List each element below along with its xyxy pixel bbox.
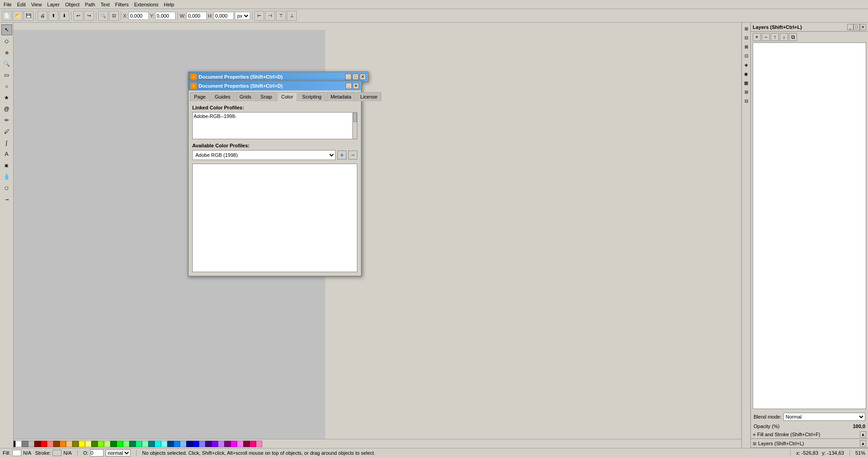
color-swatch[interactable]	[180, 441, 186, 447]
color-swatch[interactable]	[212, 441, 218, 447]
color-swatch[interactable]	[237, 441, 243, 447]
w-input[interactable]	[186, 12, 207, 20]
x-input[interactable]	[128, 12, 149, 20]
color-swatch[interactable]	[250, 441, 256, 447]
color-swatch[interactable]	[186, 441, 193, 447]
remove-profile-btn[interactable]: −	[348, 151, 357, 160]
outer-dialog-min-btn[interactable]: _	[345, 74, 351, 80]
profile-list-scrollbar[interactable]	[352, 113, 357, 139]
align-bottom-btn[interactable]: ⊥	[287, 11, 297, 21]
layer-down-btn[interactable]: ↓	[780, 33, 788, 41]
layers-bar-expand-btn[interactable]: ▲	[860, 440, 866, 447]
color-swatch[interactable]	[85, 441, 91, 447]
color-swatch[interactable]	[41, 441, 47, 447]
zoom-tool[interactable]: 🔍	[1, 58, 12, 69]
add-layer-btn[interactable]: +	[753, 33, 761, 41]
new-btn[interactable]: 📄	[2, 11, 12, 21]
color-swatch[interactable]	[129, 441, 136, 447]
select-tool[interactable]: ↖	[1, 24, 12, 35]
menu-file[interactable]: File	[1, 1, 14, 8]
unit-select[interactable]: px	[235, 12, 250, 20]
undo-btn[interactable]: ↩	[73, 11, 83, 21]
color-swatch[interactable]	[193, 441, 199, 447]
color-swatch[interactable]	[136, 441, 142, 447]
menu-object[interactable]: Object	[62, 1, 82, 8]
color-swatch[interactable]	[218, 441, 224, 447]
color-swatch[interactable]	[28, 441, 34, 447]
layer-up-btn[interactable]: ↑	[771, 33, 779, 41]
export-btn[interactable]: ⬇	[59, 11, 69, 21]
color-swatch[interactable]	[53, 441, 60, 447]
layer-dup-btn[interactable]: ⧉	[789, 33, 797, 41]
menu-view[interactable]: View	[28, 1, 45, 8]
menu-edit[interactable]: Edit	[14, 1, 28, 8]
remove-layer-btn[interactable]: −	[762, 33, 770, 41]
menu-help[interactable]: Help	[161, 1, 177, 8]
paint-bucket-tool[interactable]: ⬡	[1, 183, 12, 193]
layers-panel-close-btn[interactable]: ✕	[860, 24, 866, 30]
tab-grids[interactable]: Grids	[236, 92, 256, 101]
add-profile-btn[interactable]: +	[337, 151, 346, 160]
color-swatch[interactable]	[199, 441, 205, 447]
align-center-btn[interactable]: ⊣	[265, 11, 275, 21]
zoom-fit-btn[interactable]: ⊡	[109, 11, 119, 21]
pencil-tool[interactable]: ✏	[1, 115, 12, 126]
print-btn[interactable]: 🖨	[38, 11, 47, 21]
color-swatch[interactable]	[72, 441, 79, 447]
color-swatch[interactable]	[167, 441, 174, 447]
connector-tool[interactable]: ⊸	[1, 194, 12, 205]
fill-stroke-expand-btn[interactable]: ▲	[860, 431, 866, 438]
edge-btn-4[interactable]: ⊡	[742, 52, 750, 60]
color-swatch[interactable]	[66, 441, 72, 447]
tab-guides[interactable]: Guides	[211, 92, 235, 101]
import-btn[interactable]: ⬆	[48, 11, 58, 21]
color-swatch[interactable]	[256, 441, 262, 447]
outer-dialog-close-btn[interactable]: ✕	[360, 74, 366, 80]
blend-mode-dropdown[interactable]: Normal	[783, 413, 865, 421]
edge-btn-5[interactable]: ◈	[742, 61, 750, 69]
color-swatch[interactable]	[15, 441, 22, 447]
opacity-input[interactable]	[90, 449, 104, 457]
menu-path[interactable]: Path	[82, 1, 98, 8]
y-input[interactable]	[155, 12, 175, 20]
tab-metadata[interactable]: Metadata	[327, 92, 356, 101]
calligraphy-tool[interactable]: ∫	[1, 137, 12, 148]
inner-dialog-close-btn[interactable]: ✕	[353, 83, 359, 89]
text-tool[interactable]: A	[1, 149, 12, 160]
star-tool[interactable]: ★	[1, 92, 12, 103]
color-swatch[interactable]	[60, 441, 66, 447]
edge-btn-1[interactable]: ⊞	[742, 24, 750, 33]
color-swatch[interactable]	[224, 441, 231, 447]
tab-page[interactable]: Page	[190, 92, 210, 101]
eyedropper-tool[interactable]: 💧	[1, 171, 12, 182]
node-tool[interactable]: ◇	[1, 36, 12, 47]
menu-layer[interactable]: Layer	[44, 1, 62, 8]
h-input[interactable]	[213, 12, 234, 20]
color-swatch[interactable]	[148, 441, 155, 447]
ellipse-tool[interactable]: ○	[1, 81, 12, 92]
menu-extensions[interactable]: Extensions	[131, 1, 161, 8]
color-swatch[interactable]	[98, 441, 104, 447]
color-swatch[interactable]	[91, 441, 98, 447]
scrollbar-thumb[interactable]	[353, 113, 357, 122]
color-swatch[interactable]	[231, 441, 237, 447]
rect-tool[interactable]: ▭	[1, 70, 12, 80]
edge-btn-6[interactable]: ◉	[742, 70, 750, 78]
color-swatch[interactable]	[79, 441, 85, 447]
spiral-tool[interactable]: @	[1, 104, 12, 114]
color-swatch[interactable]	[117, 441, 123, 447]
edge-btn-3[interactable]: ⊠	[742, 42, 750, 51]
edge-btn-7[interactable]: ▦	[742, 79, 750, 87]
edge-btn-9[interactable]: ⊟	[742, 97, 750, 105]
layers-panel-max-btn[interactable]: □	[854, 24, 860, 30]
zoom-in-btn[interactable]: 🔍	[98, 11, 108, 21]
color-swatch[interactable]	[104, 441, 110, 447]
open-btn[interactable]: 📂	[13, 11, 23, 21]
tweak-tool[interactable]: ⊛	[1, 47, 12, 58]
align-left-btn[interactable]: ⊢	[254, 11, 264, 21]
edge-btn-2[interactable]: ⊟	[742, 33, 750, 42]
layers-panel-min-btn[interactable]: _	[847, 24, 854, 30]
color-swatch[interactable]	[34, 441, 41, 447]
color-swatch[interactable]	[243, 441, 250, 447]
menu-text[interactable]: Text	[98, 1, 112, 8]
